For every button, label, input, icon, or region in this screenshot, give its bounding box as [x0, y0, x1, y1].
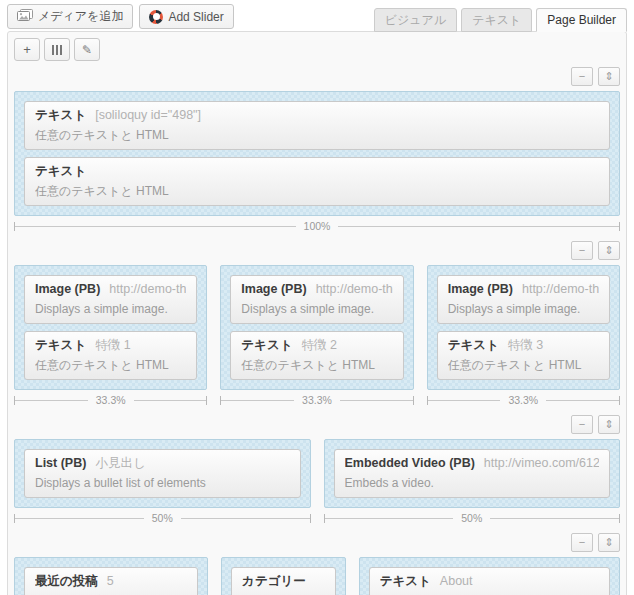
editor-top-bar: メディアを追加 Add Slider ビジュアル テキスト Page Build…: [0, 0, 634, 31]
builder-row-4: − ⇕ 最近の投稿5 サイトの最新の投稿 33.5% カテゴリー カテゴリーのリ…: [14, 533, 620, 595]
width-label: 50%: [144, 512, 181, 524]
column-cell: Embedded Video (PB)http://vimeo.com/6124…: [324, 439, 621, 508]
widget-list[interactable]: List (PB)小見出し Displays a bullet list of …: [24, 449, 301, 498]
width-label: 50%: [453, 512, 490, 524]
widget-title: カテゴリー: [242, 574, 306, 588]
widget-title: Image (PB): [241, 282, 306, 296]
widget-title-line: テキスト: [35, 164, 599, 179]
widget-arg: 特徴 1: [95, 338, 130, 352]
move-icon: ⇕: [604, 537, 613, 548]
widget-title-line: テキスト特徴 3: [448, 338, 599, 353]
widget-text-about[interactable]: テキストAbout 任意のテキストと HTML: [369, 567, 610, 595]
widget-title-line: Image (PB)http://demo-theme: [241, 282, 392, 297]
builder-row-3: − ⇕ List (PB)小見出し Displays a bullet list…: [14, 415, 620, 524]
column-width-ruler: 33.3%: [14, 394, 207, 406]
width-label: 33.3%: [294, 394, 340, 406]
widget-arg: 特徴 2: [302, 338, 337, 352]
media-buttons: メディアを追加 Add Slider: [7, 4, 234, 31]
widget-image[interactable]: Image (PB)http://demo-theme Displays a s…: [437, 275, 610, 324]
page-builder-panel: + ✎ − ⇕ テキスト[soliloquy id="498"] 任意のテキスト…: [7, 31, 627, 595]
widget-title: Image (PB): [448, 282, 513, 296]
widget-text[interactable]: テキスト特徴 2 任意のテキストと HTML: [230, 331, 403, 380]
row-2-controls: − ⇕: [14, 241, 620, 260]
widget-arg: http://vimeo.com/6124: [484, 456, 599, 470]
tab-visual-label: ビジュアル: [385, 12, 446, 29]
widget-description: 任意のテキストと HTML: [35, 358, 186, 372]
row-remove-button[interactable]: −: [571, 241, 593, 260]
add-media-button[interactable]: メディアを追加: [7, 4, 133, 29]
column-cell: Image (PB)http://demo-theme Displays a s…: [14, 265, 207, 390]
widget-title-line: 最近の投稿5: [35, 574, 187, 589]
column-width-ruler: 50%: [324, 512, 621, 524]
widget-description: Displays a bullet list of elements: [35, 476, 290, 490]
edit-layout-button[interactable]: ✎: [74, 38, 100, 61]
widget-text-soliloquy[interactable]: テキスト[soliloquy id="498"] 任意のテキストと HTML: [24, 101, 610, 150]
column-cell: 最近の投稿5 サイトの最新の投稿: [14, 557, 208, 595]
builder-row-1: − ⇕ テキスト[soliloquy id="498"] 任意のテキストと HT…: [14, 67, 620, 232]
columns-icon: [52, 45, 62, 55]
move-icon: ⇕: [604, 245, 613, 256]
editor-mode-tabs: ビジュアル テキスト Page Builder: [374, 8, 627, 32]
widget-title-line: テキスト特徴 1: [35, 338, 186, 353]
widget-image[interactable]: Image (PB)http://demo-theme Displays a s…: [230, 275, 403, 324]
row-move-button[interactable]: ⇕: [598, 415, 620, 434]
tab-text-label: テキスト: [472, 12, 521, 29]
row-remove-button[interactable]: −: [571, 67, 593, 86]
column-cell: カテゴリー カテゴリーのリスト: [221, 557, 346, 595]
widget-text[interactable]: テキスト 任意のテキストと HTML: [24, 157, 610, 206]
plus-icon: +: [23, 42, 31, 57]
widget-categories[interactable]: カテゴリー カテゴリーのリスト: [231, 567, 336, 595]
widget-title: テキスト: [448, 338, 499, 352]
row-4-controls: − ⇕: [14, 533, 620, 552]
widget-embedded-video[interactable]: Embedded Video (PB)http://vimeo.com/6124…: [334, 449, 611, 498]
widget-description: Displays a simple image.: [448, 302, 599, 316]
widget-title-line: カテゴリー: [242, 574, 325, 589]
tab-visual[interactable]: ビジュアル: [374, 8, 457, 32]
width-label: 33.3%: [500, 394, 546, 406]
page-builder-toolbar: + ✎: [14, 38, 620, 61]
move-icon: ⇕: [604, 71, 613, 82]
column-cell: Image (PB)http://demo-theme Displays a s…: [427, 265, 620, 390]
widget-title: Image (PB): [35, 282, 100, 296]
width-label: 100%: [296, 220, 339, 232]
column-width-ruler: 33.3%: [220, 394, 413, 406]
slider-ring-icon: [149, 10, 163, 24]
widget-description: 任意のテキストと HTML: [241, 358, 392, 372]
widget-title: テキスト: [241, 338, 292, 352]
tab-text[interactable]: テキスト: [461, 8, 532, 32]
row-1-controls: − ⇕: [14, 67, 620, 86]
widget-description: 任意のテキストと HTML: [35, 184, 599, 198]
widget-arg: 5: [107, 574, 114, 588]
row-remove-button[interactable]: −: [571, 533, 593, 552]
widget-title: テキスト: [35, 108, 86, 122]
builder-row-2: − ⇕ Image (PB)http://demo-theme Displays…: [14, 241, 620, 406]
widget-title: 最近の投稿: [35, 574, 98, 588]
column-cell: テキスト[soliloquy id="498"] 任意のテキストと HTML テ…: [14, 91, 620, 216]
row-move-button[interactable]: ⇕: [598, 533, 620, 552]
column-width-ruler: 33.3%: [427, 394, 620, 406]
column-cell: Image (PB)http://demo-theme Displays a s…: [220, 265, 413, 390]
widget-title: テキスト: [35, 164, 86, 178]
widget-description: Embeds a video.: [345, 476, 600, 490]
widget-text[interactable]: テキスト特徴 1 任意のテキストと HTML: [24, 331, 197, 380]
move-icon: ⇕: [604, 419, 613, 430]
minus-icon: −: [579, 245, 585, 256]
add-slider-button[interactable]: Add Slider: [139, 4, 233, 29]
widget-recent-posts[interactable]: 最近の投稿5 サイトの最新の投稿: [24, 567, 198, 595]
add-row-button[interactable]: [44, 38, 70, 61]
row-move-button[interactable]: ⇕: [598, 67, 620, 86]
widget-image[interactable]: Image (PB)http://demo-theme Displays a s…: [24, 275, 197, 324]
widget-description: 任意のテキストと HTML: [35, 128, 599, 142]
add-widget-button[interactable]: +: [14, 38, 40, 61]
widget-title: List (PB): [35, 456, 86, 470]
widget-title-line: テキスト[soliloquy id="498"]: [35, 108, 599, 123]
tab-page-builder[interactable]: Page Builder: [536, 8, 627, 32]
column-cell: List (PB)小見出し Displays a bullet list of …: [14, 439, 311, 508]
column-width-ruler: 100%: [14, 220, 620, 232]
row-3-controls: − ⇕: [14, 415, 620, 434]
widget-arg: http://demo-theme: [109, 282, 186, 296]
row-remove-button[interactable]: −: [571, 415, 593, 434]
widget-text[interactable]: テキスト特徴 3 任意のテキストと HTML: [437, 331, 610, 380]
row-move-button[interactable]: ⇕: [598, 241, 620, 260]
minus-icon: −: [579, 71, 585, 82]
